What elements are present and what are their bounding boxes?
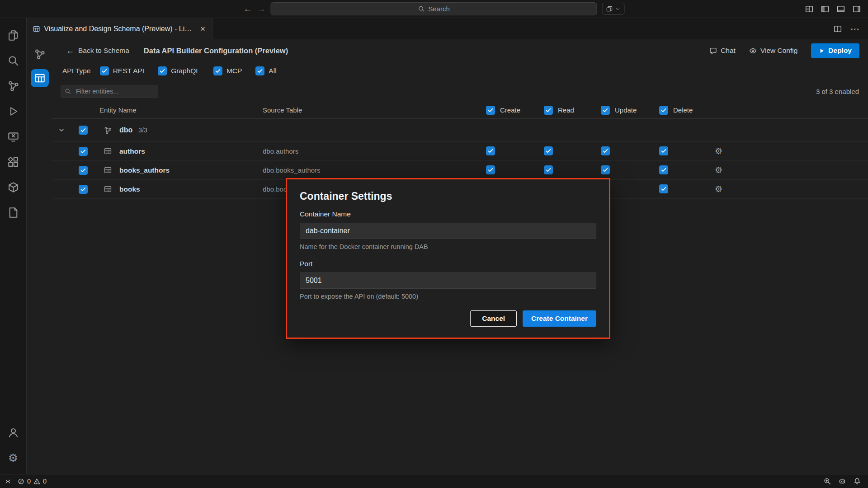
dialog-title: Container Settings (300, 190, 596, 202)
toggle-primary-sidebar-icon[interactable] (821, 5, 829, 13)
database-projects-icon[interactable] (2, 174, 24, 200)
read-checkbox[interactable] (544, 165, 553, 174)
notebook-icon[interactable] (2, 200, 24, 225)
cancel-button[interactable]: Cancel (470, 310, 517, 327)
split-editor-icon[interactable] (834, 25, 842, 33)
group-checkbox[interactable] (79, 126, 88, 135)
view-config-button[interactable]: View Config (749, 47, 797, 55)
port-help: Port to expose the API on (default: 5000… (300, 293, 596, 300)
tab-close-icon[interactable]: × (198, 23, 207, 34)
title-bar: ← → Search (0, 0, 868, 18)
delete-checkbox[interactable] (659, 146, 668, 155)
chat-label: Chat (721, 47, 736, 55)
warnings-count: 0 (43, 478, 47, 485)
search-view-icon[interactable] (2, 48, 24, 73)
entity-source: dbo.authors (263, 147, 486, 155)
api-option-rest[interactable]: REST API (100, 66, 145, 75)
customize-layout-icon[interactable] (805, 5, 813, 13)
read-all-checkbox[interactable] (544, 106, 553, 115)
run-debug-icon[interactable] (2, 99, 24, 124)
filter-entities-input[interactable] (61, 85, 158, 98)
page-actions: Chat View Config Deploy (709, 43, 859, 58)
graphql-label: GraphQL (171, 67, 200, 75)
toggle-panel-icon[interactable] (837, 5, 845, 13)
create-container-button[interactable]: Create Container (523, 310, 596, 327)
history-back-button[interactable]: ← (244, 4, 252, 14)
warnings-icon (33, 478, 40, 485)
api-option-mcp[interactable]: MCP (213, 66, 242, 75)
notifications-bell-icon[interactable] (854, 478, 861, 485)
vscode-window: ← → Search (0, 0, 868, 488)
chat-button[interactable]: Chat (709, 47, 736, 55)
layout-iterate-button[interactable] (602, 3, 625, 15)
read-header-label: Read (558, 106, 574, 114)
graphql-checkbox[interactable] (158, 66, 167, 75)
row-settings-gear-icon[interactable]: ⚙ (715, 146, 722, 156)
history-forward-button[interactable]: → (257, 4, 266, 14)
more-actions-icon[interactable]: ⋯ (850, 23, 860, 34)
schema-group-row[interactable]: dbo3/3 (52, 119, 868, 142)
rest-api-checkbox[interactable] (100, 66, 109, 75)
zoom-icon[interactable] (824, 478, 831, 485)
update-checkbox[interactable] (601, 165, 610, 174)
mcp-checkbox[interactable] (213, 66, 222, 75)
create-checkbox[interactable] (486, 146, 495, 155)
create-header-label: Create (500, 106, 520, 114)
api-type-label: API Type (62, 67, 91, 75)
layers-icon (606, 5, 613, 12)
read-header: Read (544, 106, 601, 115)
delete-header-label: Delete (673, 106, 693, 114)
account-icon[interactable] (2, 420, 24, 445)
dab-config-view-icon[interactable] (31, 69, 49, 87)
create-header: Create (486, 106, 544, 115)
back-to-schema-link[interactable]: ← Back to Schema (66, 46, 129, 56)
group-count: 3/3 (138, 127, 147, 134)
all-label: All (269, 67, 276, 75)
update-header: Update (601, 106, 659, 115)
tab-visualize-design-schema[interactable]: Visualize and Design Schema (Preview) - … (27, 18, 213, 39)
all-checkbox[interactable] (255, 66, 264, 75)
entities-table-header: Entity Name Source Table Create Read (52, 102, 868, 119)
remote-indicator[interactable] (5, 478, 11, 485)
extensions-icon[interactable] (2, 149, 24, 174)
settings-gear-icon[interactable]: ⚙ (2, 445, 24, 470)
create-checkbox[interactable] (486, 165, 495, 174)
table-row[interactable]: authors dbo.authors ⚙ (52, 142, 868, 161)
remote-explorer-icon[interactable] (2, 124, 24, 149)
table-row[interactable]: books_authors dbo.books_authors ⚙ (52, 161, 868, 180)
global-search-box[interactable]: Search (271, 2, 597, 15)
schema-graph-icon[interactable] (2, 73, 24, 99)
container-name-input[interactable] (300, 223, 596, 239)
delete-checkbox[interactable] (659, 184, 668, 193)
api-option-all[interactable]: All (255, 66, 276, 75)
delete-all-checkbox[interactable] (659, 106, 668, 115)
row-enabled-checkbox[interactable] (79, 185, 88, 194)
api-option-graphql[interactable]: GraphQL (158, 66, 200, 75)
schema-designer-view-icon[interactable] (31, 45, 49, 63)
tab-title: Visualize and Design Schema (Preview) - … (44, 25, 194, 33)
group-name: dbo (119, 126, 132, 134)
group-collapse-chevron[interactable] (52, 127, 71, 134)
copilot-icon[interactable] (839, 478, 846, 485)
schema-table-icon (33, 25, 40, 33)
container-settings-dialog: Container Settings Container Name Name f… (286, 178, 610, 339)
rest-api-label: REST API (113, 67, 145, 75)
port-input[interactable] (300, 272, 596, 289)
row-settings-gear-icon[interactable]: ⚙ (715, 165, 722, 175)
chat-icon (709, 47, 717, 55)
update-checkbox[interactable] (601, 146, 610, 155)
entity-name: authors (119, 147, 263, 155)
explorer-icon[interactable] (2, 23, 24, 48)
row-enabled-checkbox[interactable] (79, 147, 88, 156)
titlebar-layout-controls (805, 5, 868, 13)
read-checkbox[interactable] (544, 146, 553, 155)
deploy-button[interactable]: Deploy (811, 43, 859, 58)
create-all-checkbox[interactable] (486, 106, 495, 115)
toggle-secondary-sidebar-icon[interactable] (853, 5, 861, 13)
filter-row: 3 of 3 enabled (52, 81, 868, 102)
row-enabled-checkbox[interactable] (79, 166, 88, 175)
row-settings-gear-icon[interactable]: ⚙ (715, 184, 722, 194)
problems-indicator[interactable]: 0 0 (18, 478, 47, 485)
delete-checkbox[interactable] (659, 165, 668, 174)
update-all-checkbox[interactable] (601, 106, 610, 115)
